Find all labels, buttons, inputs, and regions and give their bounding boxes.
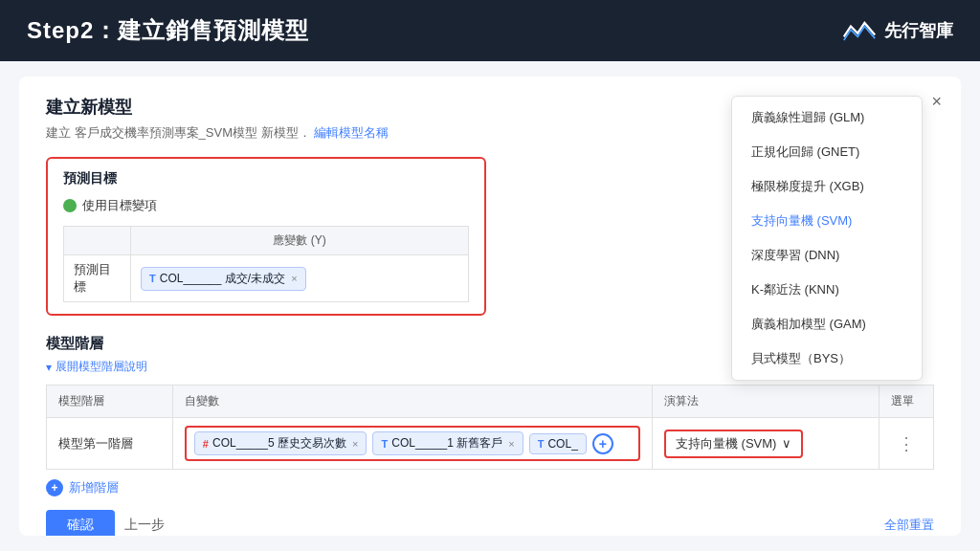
- target-table-row: 預測目標 T COL______ 成交/未成交 ×: [64, 255, 469, 302]
- tag-close-icon[interactable]: ×: [291, 273, 297, 284]
- var-tag-3-text: COL_: [547, 437, 577, 451]
- dropdown-item[interactable]: K-鄰近法 (KNN): [732, 273, 922, 307]
- logo-text: 先行智庫: [884, 19, 953, 42]
- col-header-layer: 模型階層: [47, 386, 173, 418]
- target-table-y-header: 應變數 (Y): [131, 227, 469, 255]
- header: Step2：建立銷售預測模型 先行智庫: [0, 0, 980, 61]
- vars-cell-outer: # COL_____5 歷史交易次數 × T COL_____1 新舊客戶 × …: [172, 418, 652, 470]
- footer-left: 確認 上一步: [46, 510, 165, 536]
- var-tag-3[interactable]: T COL_: [529, 433, 587, 454]
- target-tag-cell: T COL______ 成交/未成交 ×: [131, 255, 469, 302]
- target-table: 應變數 (Y) 預測目標 T COL______ 成交/未成交 ×: [63, 226, 469, 302]
- reset-button[interactable]: 全部重置: [884, 517, 934, 534]
- vars-cell: # COL_____5 歷史交易次數 × T COL_____1 新舊客戶 × …: [185, 426, 640, 461]
- col-header-action: 選單: [880, 386, 934, 418]
- tag-t-icon: T: [149, 273, 156, 284]
- confirm-button[interactable]: 確認: [46, 510, 115, 536]
- expand-label: 展開模型階層說明: [56, 359, 147, 375]
- dropdown-item[interactable]: 極限梯度提升 (XGB): [732, 169, 922, 204]
- back-button[interactable]: 上一步: [124, 517, 165, 534]
- logo: 先行智庫: [842, 17, 953, 44]
- add-variable-button[interactable]: +: [592, 433, 613, 454]
- dropdown-item[interactable]: 貝式模型（BYS）: [732, 342, 922, 376]
- algo-text: 支持向量機 (SVM): [676, 435, 776, 452]
- layer-name-cell: 模型第一階層: [47, 418, 173, 470]
- model-table: 模型階層 自變數 演算法 選單 模型第一階層 # COL_____5 歷史交易次…: [46, 385, 934, 470]
- page-title: Step2：建立銷售預測模型: [27, 15, 309, 46]
- dropdown-item[interactable]: 廣義線性迴歸 (GLM): [732, 100, 922, 135]
- target-col-tag[interactable]: T COL______ 成交/未成交 ×: [141, 267, 306, 291]
- tag-text: COL______ 成交/未成交: [160, 271, 285, 287]
- dropdown-item[interactable]: 深度學習 (DNN): [732, 238, 922, 273]
- var-tag-1[interactable]: # COL_____5 歷史交易次數 ×: [194, 431, 368, 455]
- add-layer-icon: +: [46, 479, 63, 496]
- chevron-down-icon: ▾: [46, 361, 52, 374]
- target-row-label: 預測目標: [64, 255, 131, 302]
- tag-t-icon-2: T: [381, 438, 388, 450]
- dropdown-item[interactable]: 廣義相加模型 (GAM): [732, 307, 922, 342]
- chevron-down-algo-icon: ∨: [782, 436, 791, 451]
- logo-icon: [842, 17, 877, 44]
- add-layer-label: 新增階層: [69, 479, 119, 496]
- action-cell: ⋮: [880, 418, 934, 470]
- use-target-row: 使用目標變項: [63, 197, 469, 214]
- algorithm-dropdown-menu: 廣義線性迴歸 (GLM)正規化回歸 (GNET)極限梯度提升 (XGB)支持向量…: [731, 96, 923, 381]
- green-dot-icon: [63, 199, 77, 212]
- var-tag-2[interactable]: T COL_____1 新舊客戶 ×: [372, 431, 523, 455]
- col-header-algo: 演算法: [652, 386, 879, 418]
- algo-cell[interactable]: 支持向量機 (SVM) ∨: [664, 430, 803, 458]
- footer: 確認 上一步 全部重置: [46, 510, 934, 536]
- table-row: 模型第一階層 # COL_____5 歷史交易次數 × T COL_____1 …: [47, 418, 934, 470]
- close-button[interactable]: ×: [931, 92, 942, 112]
- dropdown-item[interactable]: 正規化回歸 (GNET): [732, 135, 922, 169]
- prediction-target-label: 預測目標: [63, 170, 469, 187]
- algo-cell-outer: 支持向量機 (SVM) ∨: [652, 418, 879, 470]
- var-tag-1-close[interactable]: ×: [352, 438, 358, 450]
- var-tag-2-text: COL_____1 新舊客戶: [391, 435, 502, 452]
- var-tag-2-close[interactable]: ×: [508, 438, 514, 450]
- target-table-empty-header: [64, 227, 131, 255]
- use-target-text: 使用目標變項: [82, 197, 157, 214]
- col-header-vars: 自變數: [172, 386, 652, 418]
- edit-model-name-link[interactable]: 編輯模型名稱: [314, 125, 389, 140]
- dropdown-item[interactable]: 支持向量機 (SVM): [732, 204, 922, 238]
- subtitle-text: 建立 客戶成交機率預測專案_SVM模型 新模型．: [46, 125, 311, 140]
- add-layer-row[interactable]: + 新增階層: [46, 479, 934, 496]
- var-tag-1-text: COL_____5 歷史交易次數: [212, 435, 346, 452]
- hash-icon: #: [203, 438, 209, 450]
- prediction-target-box: 預測目標 使用目標變項 應變數 (Y) 預測目標 T COL______ 成交/: [46, 157, 486, 316]
- more-options-button[interactable]: ⋮: [891, 433, 922, 454]
- tag-t-icon-3: T: [538, 438, 545, 450]
